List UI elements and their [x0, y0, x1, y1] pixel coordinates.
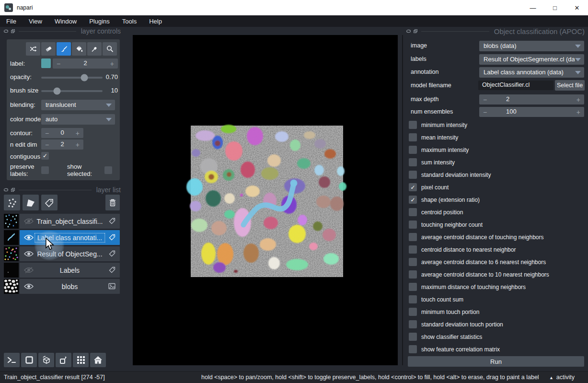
- num-ensembles-spinbox[interactable]: − 100 +: [479, 107, 584, 117]
- feature-label: maximum distance of touching neighbors: [421, 284, 526, 290]
- feature-checkbox[interactable]: [409, 133, 417, 141]
- increment-icon[interactable]: +: [76, 128, 80, 138]
- layer-name: blobs: [62, 283, 78, 290]
- blending-label: blending:: [10, 101, 41, 108]
- feature-checkbox[interactable]: [409, 158, 417, 166]
- preserve-labels-checkbox[interactable]: [41, 166, 49, 174]
- dock-float-icon[interactable]: [414, 29, 417, 33]
- eye-visible-icon[interactable]: [24, 283, 34, 290]
- layer-row-4[interactable]: Labels: [20, 263, 120, 278]
- feature-checkbox[interactable]: [409, 320, 417, 328]
- feature-checkbox[interactable]: [409, 295, 417, 303]
- grid-view-button[interactable]: [73, 353, 89, 367]
- menu-help[interactable]: Help: [143, 18, 168, 25]
- fill-bucket-button[interactable]: [72, 42, 86, 56]
- eye-hidden-icon[interactable]: [24, 218, 34, 225]
- label-color-swatch[interactable]: [41, 58, 51, 68]
- dock-float-icon[interactable]: [11, 29, 15, 33]
- brush-size-slider-handle[interactable]: [54, 88, 61, 95]
- show-selected-checkbox[interactable]: [104, 166, 112, 174]
- select-file-button[interactable]: Select file: [555, 80, 585, 91]
- dock-hide-icon[interactable]: [4, 29, 8, 33]
- brush-size-slider[interactable]: [41, 90, 103, 92]
- feature-checkbox[interactable]: [409, 121, 417, 129]
- menu-plugins[interactable]: Plugins: [83, 18, 116, 25]
- new-labels-layer-button[interactable]: [41, 195, 58, 210]
- zoom-button[interactable]: [103, 42, 117, 56]
- feature-checkbox[interactable]: ✓: [409, 183, 417, 191]
- increment-icon[interactable]: +: [76, 139, 80, 150]
- eye-hidden-icon[interactable]: [24, 267, 34, 274]
- menu-tools[interactable]: Tools: [116, 18, 143, 25]
- minimize-button[interactable]: —: [522, 0, 544, 15]
- chevron-up-icon: ▲: [549, 375, 553, 380]
- decrement-icon[interactable]: −: [483, 94, 487, 104]
- blending-dropdown[interactable]: translucent: [41, 100, 115, 110]
- menu-window[interactable]: Window: [48, 18, 83, 25]
- activity-toggle[interactable]: ▲activity: [549, 374, 575, 381]
- feature-row: ✓shape (extension ratio): [409, 196, 480, 204]
- feature-checkbox[interactable]: [409, 308, 417, 316]
- max-depth-spinbox[interactable]: − 2 +: [479, 94, 584, 104]
- contiguous-checkbox[interactable]: ✓: [41, 152, 49, 160]
- ndisplay-toggle-button[interactable]: [21, 353, 37, 367]
- contour-spinbox[interactable]: − 0 +: [41, 128, 83, 138]
- annotation-dropdown[interactable]: Label class annotation (data): [479, 67, 584, 78]
- labels-dropdown[interactable]: Result of ObjectSegmenter.cl (data): [479, 54, 584, 65]
- delete-layer-button[interactable]: [105, 195, 120, 210]
- run-button[interactable]: Run: [408, 356, 584, 367]
- new-points-layer-button[interactable]: [4, 195, 20, 210]
- menu-view[interactable]: View: [23, 18, 48, 25]
- feature-checkbox[interactable]: [409, 345, 417, 353]
- maximize-button[interactable]: □: [544, 0, 566, 15]
- feature-checkbox[interactable]: [409, 270, 417, 279]
- n-edit-dim-spinbox[interactable]: − 2 +: [41, 139, 83, 150]
- feature-checkbox[interactable]: [409, 245, 417, 254]
- menu-file[interactable]: File: [0, 18, 23, 25]
- eraser-button[interactable]: [41, 42, 56, 56]
- decrement-icon[interactable]: −: [483, 107, 487, 117]
- image-dropdown[interactable]: blobs (data): [479, 41, 584, 51]
- preserve-labels-label: preserve labels:: [10, 163, 41, 177]
- dock-float-icon[interactable]: [11, 188, 15, 192]
- new-shapes-layer-button[interactable]: [23, 195, 39, 210]
- shuffle-colors-button[interactable]: [26, 42, 40, 56]
- dock-hide-icon[interactable]: [4, 188, 8, 192]
- home-button[interactable]: [90, 353, 106, 367]
- color-mode-dropdown[interactable]: auto: [41, 114, 115, 125]
- opacity-slider[interactable]: [41, 77, 103, 79]
- tag-icon: [44, 197, 55, 208]
- paintbrush-button[interactable]: [57, 42, 71, 56]
- color-mode-value: auto: [46, 116, 105, 123]
- feature-checkbox[interactable]: [409, 258, 417, 266]
- feature-checkbox[interactable]: [409, 283, 417, 291]
- feature-checkbox[interactable]: [409, 333, 417, 341]
- increment-icon[interactable]: +: [576, 107, 580, 117]
- menubar: File View Window Plugins Tools Help: [0, 15, 588, 27]
- console-button[interactable]: [4, 353, 20, 367]
- label-value: 2: [53, 59, 118, 67]
- transpose-dimensions-button[interactable]: [56, 353, 71, 367]
- increment-icon[interactable]: +: [110, 58, 114, 69]
- close-button[interactable]: ✕: [566, 0, 588, 15]
- dock-hide-icon[interactable]: [406, 29, 411, 33]
- feature-checkbox[interactable]: [409, 171, 417, 179]
- layer-row-5[interactable]: blobs: [20, 279, 120, 294]
- layer-row-1[interactable]: Train_object_classifi...: [20, 214, 120, 229]
- feature-checkbox[interactable]: [409, 233, 417, 241]
- label-spinbox[interactable]: − 2 +: [53, 58, 118, 69]
- feature-row: standard deviation touch portion: [409, 320, 503, 328]
- eye-visible-icon[interactable]: [24, 234, 34, 241]
- mouse-cursor: [45, 238, 55, 250]
- feature-checkbox[interactable]: [409, 208, 417, 216]
- viewer-canvas[interactable]: [133, 35, 398, 365]
- feature-checkbox[interactable]: [409, 146, 417, 154]
- model-filename-input[interactable]: ObjectClassifier.cl: [478, 81, 553, 90]
- color-picker-button[interactable]: [87, 42, 102, 56]
- opacity-slider-handle[interactable]: [81, 74, 88, 81]
- roll-dimensions-button[interactable]: [38, 353, 54, 367]
- increment-icon[interactable]: +: [576, 94, 580, 104]
- feature-checkbox[interactable]: ✓: [409, 196, 417, 204]
- feature-checkbox[interactable]: [409, 221, 417, 229]
- eye-visible-icon[interactable]: [24, 250, 34, 257]
